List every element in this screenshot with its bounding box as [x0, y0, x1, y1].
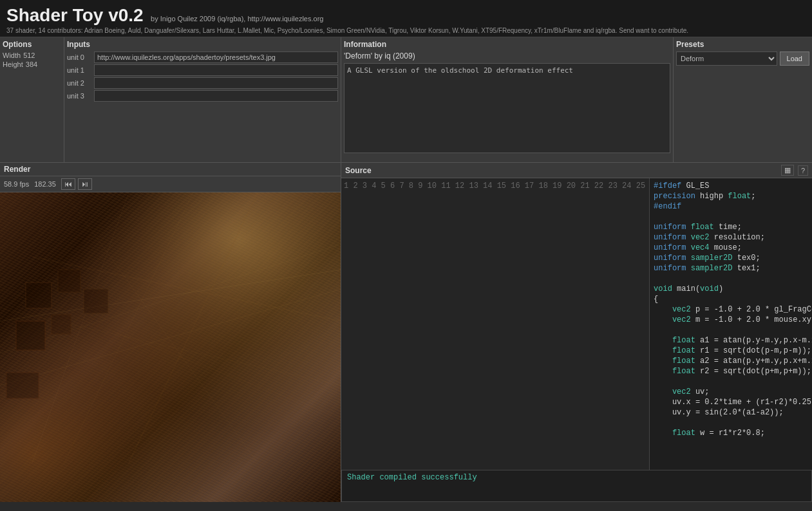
contributors: 37 shader, 14 contributors: Adrian Boein…: [6, 27, 806, 34]
source-title: Source: [345, 166, 372, 175]
presets-select[interactable]: Deform Plasma Julia Mandelbrot Clouds Fi…: [676, 51, 777, 66]
rewind-button[interactable]: ⏮: [61, 178, 75, 190]
inputs-panel: Inputs unit 0 unit 1 unit 2 unit 3: [64, 37, 341, 162]
svg-rect-17: [6, 373, 39, 398]
code-area: 1 2 3 4 5 6 7 8 9 10 11 12 13 14 15 16 1…: [341, 178, 812, 470]
render-panel: Render 58.9 fps 182.35 ⏮ ⏯: [0, 163, 341, 502]
height-value: 384: [26, 60, 37, 68]
header: Shader Toy v0.2 by Inigo Quilez 2009 (iq…: [0, 0, 812, 37]
svg-rect-1: [0, 192, 341, 502]
line-numbers: 1 2 3 4 5 6 7 8 9 10 11 12 13 14 15 16 1…: [341, 178, 650, 470]
width-value: 512: [23, 51, 35, 59]
app-title: Shader Toy v0.2: [6, 5, 144, 25]
render-title: Render: [4, 165, 30, 174]
width-label: Width: [3, 51, 21, 59]
app-subtitle: by Inigo Quilez 2009 (iq/rgba), http://w…: [151, 15, 323, 23]
unit-input-1[interactable]: [94, 64, 338, 76]
top-panels: Options Width 512 Height 384 Inputs unit…: [0, 37, 812, 163]
load-button[interactable]: Load: [780, 51, 809, 66]
unit-input-0[interactable]: [94, 51, 338, 63]
compile-output: Shader compiled successfully: [341, 470, 812, 502]
info-panel: Information 'Deform' by iq (2009) A GLSL…: [341, 37, 674, 162]
svg-rect-12: [26, 283, 52, 308]
unit-row-1: unit 1: [67, 64, 338, 76]
compile-message: Shader compiled successfully: [347, 473, 477, 482]
options-title: Options: [3, 40, 61, 49]
shader-preview: [0, 192, 341, 502]
width-row: Width 512: [3, 51, 61, 59]
presets-title: Presets: [676, 40, 809, 49]
unit-row-0: unit 0: [67, 51, 338, 63]
unit-label-2: unit 2: [67, 79, 90, 87]
unit-label-1: unit 1: [67, 66, 90, 74]
help-icon-button[interactable]: ?: [798, 165, 808, 176]
time-display: 182.35: [34, 180, 56, 188]
unit-label-3: unit 3: [67, 92, 90, 100]
unit-row-2: unit 2: [67, 77, 338, 89]
height-row: Height 384: [3, 60, 61, 68]
render-stats: 58.9 fps 182.35 ⏮ ⏯: [0, 176, 341, 192]
svg-rect-16: [84, 289, 108, 313]
info-title: Information: [344, 40, 670, 49]
presets-row: Deform Plasma Julia Mandelbrot Clouds Fi…: [676, 51, 809, 66]
svg-rect-13: [58, 270, 80, 292]
unit-input-3[interactable]: [94, 90, 338, 102]
render-canvas: [0, 192, 341, 502]
code-editor[interactable]: #ifdef GL_ES precision highp float; #end…: [650, 178, 812, 470]
unit-input-2[interactable]: [94, 77, 338, 89]
source-icons: ▦ ?: [781, 165, 808, 176]
height-label: Height: [3, 60, 23, 68]
unit-row-3: unit 3: [67, 90, 338, 102]
options-panel: Options Width 512 Height 384: [0, 37, 64, 162]
svg-rect-14: [16, 321, 45, 350]
fps-display: 58.9 fps: [4, 180, 29, 188]
presets-panel: Presets Deform Plasma Julia Mandelbrot C…: [674, 37, 812, 162]
inputs-title: Inputs: [67, 40, 338, 49]
render-controls: ⏮ ⏯: [61, 178, 92, 190]
shader-title: 'Deform' by iq (2009): [344, 51, 670, 60]
svg-rect-15: [52, 315, 71, 334]
source-panel: Source ▦ ? 1 2 3 4 5 6 7 8 9 10 11 12 13…: [341, 163, 812, 502]
play-button[interactable]: ⏯: [78, 178, 92, 190]
render-svg: [0, 192, 341, 502]
render-header: Render: [0, 163, 341, 176]
shader-description[interactable]: A GLSL version of the oldschool 2D defor…: [344, 63, 670, 153]
main-area: Render 58.9 fps 182.35 ⏮ ⏯: [0, 163, 812, 502]
source-header: Source ▦ ?: [341, 163, 812, 178]
grid-icon-button[interactable]: ▦: [781, 165, 794, 176]
unit-label-0: unit 0: [67, 53, 90, 61]
